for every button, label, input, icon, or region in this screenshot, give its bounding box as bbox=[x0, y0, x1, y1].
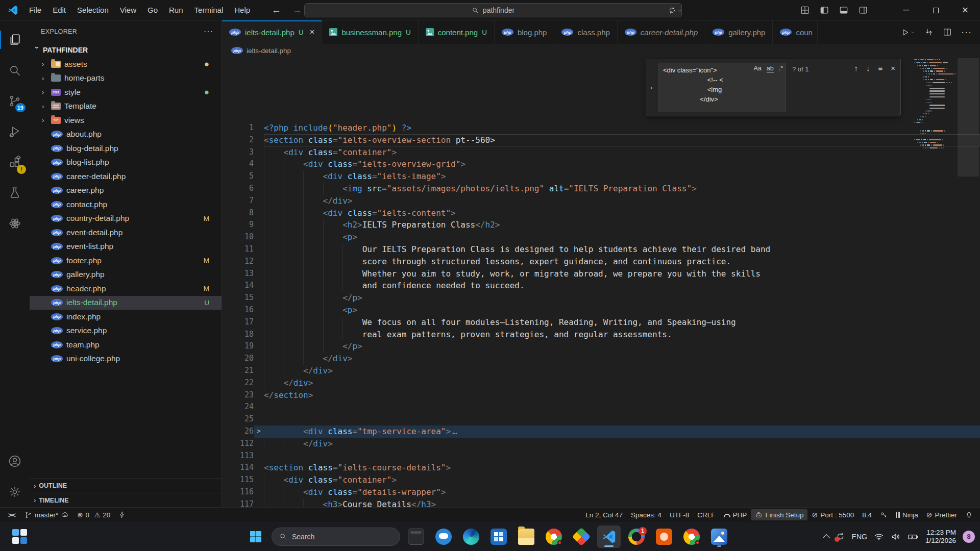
volume-icon[interactable] bbox=[891, 532, 901, 542]
code-pane[interactable]: 1<?php include("header.php") ?>2<section… bbox=[222, 57, 980, 507]
split-editor-icon[interactable] bbox=[943, 28, 952, 37]
match-case-icon[interactable]: Aa bbox=[753, 65, 761, 72]
live-reload-item[interactable] bbox=[114, 509, 130, 520]
menu-help[interactable]: Help bbox=[229, 0, 256, 20]
file-item-uni-college-php[interactable]: phpuni-college.php bbox=[30, 352, 222, 366]
edge-browser[interactable] bbox=[459, 525, 483, 548]
code-line-115[interactable]: 115<div class="container"> bbox=[222, 474, 980, 486]
code-line-21[interactable]: 21</div> bbox=[222, 365, 980, 377]
folder-item-Template[interactable]: ›Template bbox=[30, 99, 222, 114]
notification-count-badge[interactable]: 8 bbox=[963, 531, 975, 543]
next-match-icon[interactable]: ↓ bbox=[866, 64, 870, 72]
tab-businessman-png[interactable]: businessman.pngU bbox=[322, 20, 418, 44]
tab-class-php[interactable]: phpclass.php bbox=[554, 20, 617, 44]
unfold-icon[interactable]: > bbox=[254, 425, 264, 438]
code-line-116[interactable]: 116<div class="details-wrapper"> bbox=[222, 486, 980, 498]
dark-window-app[interactable] bbox=[404, 525, 428, 548]
activitybar-search[interactable] bbox=[0, 55, 30, 86]
file-item-about-php[interactable]: phpabout.php bbox=[30, 128, 222, 142]
code-line-23[interactable]: 23</section> bbox=[222, 389, 980, 402]
code-line-11[interactable]: 11Our IELTS Preparation Class is designe… bbox=[222, 243, 980, 256]
close-find-icon[interactable]: × bbox=[891, 64, 895, 72]
battery-icon[interactable] bbox=[908, 532, 919, 542]
file-item-career-php[interactable]: phpcareer.php bbox=[30, 184, 222, 198]
tab-blog-php[interactable]: phpblog.php bbox=[495, 20, 555, 44]
find-input[interactable]: <div class="icon"> <!-- < <img </div> Aa… bbox=[658, 63, 786, 112]
more-actions-icon[interactable]: ··· bbox=[961, 27, 972, 38]
folder-item-style[interactable]: ›style● bbox=[30, 85, 222, 99]
activitybar-extensions[interactable]: ! bbox=[0, 147, 30, 178]
folder-item-assets[interactable]: ›assets● bbox=[30, 57, 222, 71]
run-php-button[interactable] bbox=[901, 28, 915, 37]
file-item-header-php[interactable]: phpheader.phpM bbox=[30, 282, 222, 296]
code-line-3[interactable]: 3<div class="container"> bbox=[222, 146, 980, 159]
timeline-section[interactable]: › TIMELINE bbox=[30, 493, 222, 507]
workspace-root-row[interactable]: › PATHFINDER bbox=[30, 43, 222, 57]
wifi-icon[interactable] bbox=[874, 532, 884, 542]
diamond-app[interactable] bbox=[570, 525, 593, 548]
status-language[interactable]: PHP bbox=[720, 509, 751, 520]
status-indent[interactable]: Spaces: 4 bbox=[627, 509, 666, 520]
menu-file[interactable]: File bbox=[23, 0, 47, 20]
menu-selection[interactable]: Selection bbox=[71, 0, 114, 20]
code-line-9[interactable]: 9<h2>IELTS Preparation Class</h2> bbox=[222, 219, 980, 231]
code-line-16[interactable]: 16<p> bbox=[222, 304, 980, 316]
tray-overflow-icon[interactable] bbox=[823, 534, 830, 541]
code-line-117[interactable]: 117<h3>Course Details</h3> bbox=[222, 498, 980, 507]
activitybar-run-debug[interactable] bbox=[0, 116, 30, 147]
tray-clock[interactable]: 12:23 PM 1/12/2026 bbox=[925, 529, 956, 545]
menu-terminal[interactable]: Terminal bbox=[189, 0, 229, 20]
file-item-index-php[interactable]: phpindex.php bbox=[30, 310, 222, 324]
code-line-22[interactable]: 22</div> bbox=[222, 377, 980, 389]
sync-status-icon[interactable] bbox=[668, 6, 682, 14]
outline-section[interactable]: › OUTLINE bbox=[30, 479, 222, 493]
status-eol[interactable]: CRLF bbox=[693, 509, 719, 520]
status-cursor[interactable]: Ln 2, Col 47 bbox=[581, 509, 627, 520]
code-line-4[interactable]: 4<div class="ielts-overview-grid"> bbox=[222, 158, 980, 170]
code-line-114[interactable]: 114<section class="ielts-course-details"… bbox=[222, 462, 980, 474]
code-line-18[interactable]: 18real exam patterns, proven strategies,… bbox=[222, 329, 980, 341]
minimize-button[interactable]: ─ bbox=[891, 0, 921, 20]
menu-go[interactable]: Go bbox=[142, 0, 163, 20]
chrome-browser-2[interactable] bbox=[680, 525, 703, 548]
chat-app[interactable] bbox=[432, 525, 455, 548]
code-line-26[interactable]: 26><div class="tmp-service-area">… bbox=[222, 425, 980, 438]
code-line-2[interactable]: 2<section class="ielts-overview-section … bbox=[222, 134, 980, 146]
breadcrumb[interactable]: php ielts-detail.php bbox=[222, 44, 980, 57]
file-item-footer-php[interactable]: phpfooter.phpM bbox=[30, 254, 222, 268]
file-item-gallery-php[interactable]: phpgallery.php bbox=[30, 268, 222, 282]
activitybar-account[interactable] bbox=[0, 446, 30, 477]
code-line-6[interactable]: 6<img src="assets/images/photos/ielts.pn… bbox=[222, 183, 980, 195]
minimap[interactable] bbox=[914, 57, 956, 507]
layout-grid-icon[interactable] bbox=[800, 6, 810, 15]
find-in-selection-icon[interactable]: ≡ bbox=[878, 64, 883, 72]
tab-coun[interactable]: phpcoun bbox=[773, 20, 818, 44]
photos-app[interactable] bbox=[707, 525, 731, 548]
file-item-contact-php[interactable]: phpcontact.php bbox=[30, 197, 222, 212]
status-php-version[interactable]: 8.4 bbox=[858, 509, 876, 520]
previous-match-icon[interactable]: ↑ bbox=[854, 64, 858, 72]
tab-career-detail-php[interactable]: phpcareer-detail.php bbox=[618, 20, 705, 44]
folder-item-home-parts[interactable]: ›home-parts bbox=[30, 71, 222, 86]
explorer-more-actions-icon[interactable]: ··· bbox=[204, 27, 213, 36]
tab-gallery-php[interactable]: phpgallery.php bbox=[705, 20, 773, 44]
command-center-search[interactable]: pathfinder bbox=[304, 3, 682, 17]
status-prettier[interactable]: ⊘Prettier bbox=[922, 509, 961, 520]
editor[interactable]: 1<?php include("header.php") ?>2<section… bbox=[222, 57, 980, 507]
folded-code-ellipsis[interactable]: … bbox=[452, 427, 457, 436]
code-line-12[interactable]: 12score through structured lessons, expe… bbox=[222, 256, 980, 268]
toggle-panel-icon[interactable] bbox=[839, 6, 848, 15]
problems-item[interactable]: ⊗ 0 ⚠ 20 bbox=[73, 509, 114, 520]
toggle-replace-icon[interactable]: › bbox=[646, 59, 657, 116]
activitybar-testing[interactable] bbox=[0, 178, 30, 208]
file-item-blog-list-php[interactable]: phpblog-list.php bbox=[30, 156, 222, 170]
activitybar-extension-atom[interactable] bbox=[0, 208, 30, 239]
orange-app[interactable] bbox=[652, 525, 676, 548]
code-line-24[interactable]: 24 bbox=[222, 401, 980, 413]
code-line-8[interactable]: 8<div class="ielts-content"> bbox=[222, 207, 980, 219]
status-encoding[interactable]: UTF-8 bbox=[666, 509, 693, 520]
scrollbar-slider[interactable] bbox=[958, 58, 979, 177]
whole-word-icon[interactable]: ab bbox=[767, 65, 774, 72]
activitybar-settings[interactable] bbox=[0, 477, 30, 507]
file-item-country-detail-php[interactable]: phpcountry-detail.phpM bbox=[30, 212, 222, 226]
